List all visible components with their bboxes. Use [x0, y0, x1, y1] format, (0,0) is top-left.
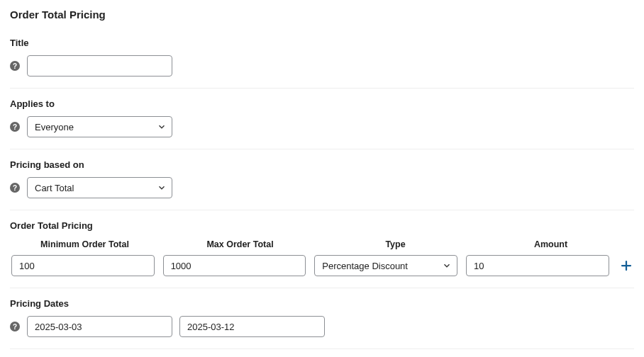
applies-to-select[interactable]: Everyone: [27, 116, 172, 137]
pricing-based-on-label: Pricing based on: [10, 159, 634, 170]
col-header-min: Minimum Order Total: [11, 238, 158, 251]
date-to-input[interactable]: [179, 316, 325, 337]
help-icon[interactable]: ?: [10, 183, 20, 193]
date-from-input[interactable]: [27, 316, 172, 337]
col-header-amount: Amount: [477, 238, 624, 251]
add-row-button[interactable]: [619, 258, 634, 273]
pricing-table-row: Percentage Discount: [10, 255, 634, 276]
pricing-table-header-row: Minimum Order Total Max Order Total Type…: [10, 238, 634, 251]
col-header-type: Type: [322, 238, 469, 251]
help-icon[interactable]: ?: [10, 122, 20, 132]
col-header-max: Max Order Total: [167, 238, 313, 251]
help-icon[interactable]: ?: [10, 322, 20, 332]
max-order-total-input[interactable]: [163, 255, 306, 276]
title-input[interactable]: [27, 55, 172, 76]
pricing-table-label: Order Total Pricing: [10, 220, 634, 231]
plus-icon: [620, 259, 633, 272]
pricing-based-on-select[interactable]: Cart Total: [27, 177, 172, 198]
min-order-total-input[interactable]: [11, 255, 155, 276]
applies-to-label: Applies to: [10, 98, 634, 109]
pricing-dates-label: Pricing Dates: [10, 298, 634, 309]
type-select[interactable]: Percentage Discount: [314, 255, 457, 276]
page-title: Order Total Pricing: [10, 8, 634, 21]
amount-input[interactable]: [466, 255, 609, 276]
title-label: Title: [10, 38, 634, 48]
help-icon[interactable]: ?: [10, 61, 20, 71]
